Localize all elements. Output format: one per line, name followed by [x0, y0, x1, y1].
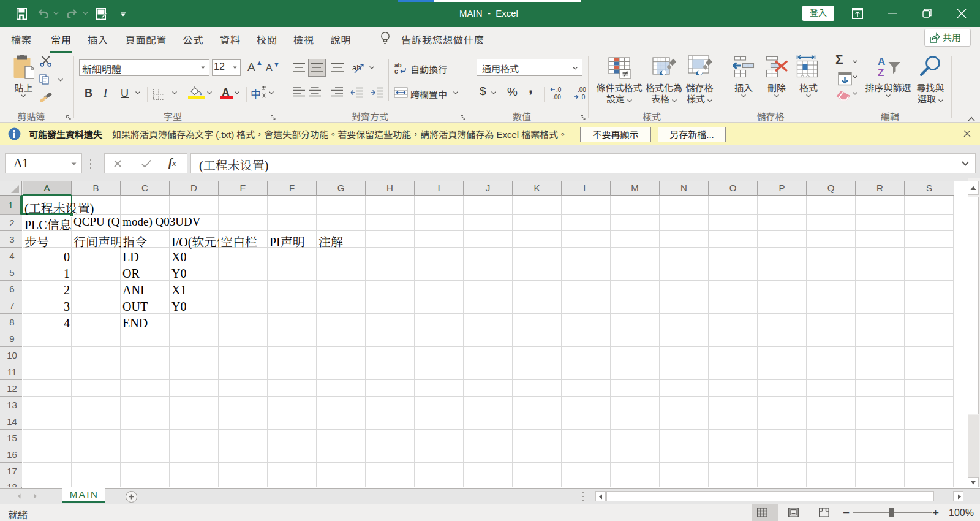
svg-text:A: A [878, 56, 885, 67]
svg-text:c: c [394, 68, 398, 74]
svg-text:.00: .00 [578, 86, 586, 93]
svg-text:.00: .00 [552, 94, 561, 101]
svg-text:.0: .0 [556, 86, 562, 93]
svg-text:.0: .0 [580, 94, 586, 101]
svg-text:Z: Z [878, 67, 884, 76]
